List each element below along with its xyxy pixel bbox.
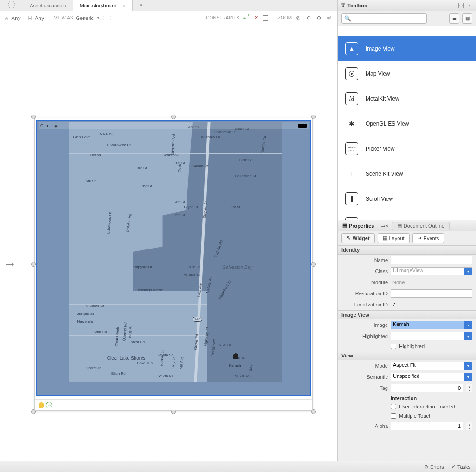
properties-body[interactable]: Identity Name ClassUIImageView▾ ModuleNo… (338, 245, 476, 461)
nav-back-button[interactable]: 〈 (3, 1, 11, 10)
toolbox-item-scenekit[interactable]: ⟂Scene Kit View (338, 161, 476, 186)
toolbox-item-metalkit[interactable]: MMetalKit View (338, 86, 476, 111)
chevron-down-icon: ▾ (464, 332, 472, 340)
map-image: Seabrook Galveston Bay Shipyard Dr Clear… (69, 122, 282, 382)
semantic-select[interactable]: Unspecified▾ (391, 373, 472, 381)
restoration-input[interactable] (391, 289, 472, 298)
alpha-stepper[interactable]: ▴▾ (466, 422, 472, 430)
grid-view-button[interactable]: ▦ (462, 13, 472, 24)
zoom-tools: ZOOM ◎ ⊖ ⊕ ⦾ (273, 11, 337, 25)
errors-button[interactable]: ⊘Errors (424, 464, 444, 470)
handle[interactable] (311, 262, 316, 267)
search-icon: 🔍 (344, 15, 351, 22)
toolbox-item-opengl[interactable]: ✱OpenGL ES View (338, 111, 476, 136)
tab-bar: 〈 〉 Assets.xcassets Main.storyboard ○ ▼ (0, 0, 337, 11)
tab-document-outline[interactable]: ▤ Document Outline (392, 222, 450, 230)
close-icon[interactable]: ○ (123, 3, 126, 8)
module-value: None (391, 280, 405, 285)
image-icon: ▲ (345, 42, 358, 55)
subtab-events[interactable]: ➜ Events (412, 233, 444, 243)
toolbox-item-mapview[interactable]: ⦿Map View (338, 61, 476, 86)
chevron-down-icon: ▾ (464, 373, 472, 381)
close-button[interactable]: × (467, 3, 472, 8)
embed-icon[interactable] (263, 15, 268, 21)
multitouch-checkbox[interactable] (391, 413, 396, 419)
properties-tabs: ▤ Properties ▭ × ▤ Document Outline (338, 220, 476, 231)
status-bar: ⊘Errors ✓Tasks (0, 461, 476, 472)
chevron-down-icon: ▾ (464, 268, 472, 275)
add-constraint-icon[interactable]: ⫨+ (242, 14, 250, 22)
list-item[interactable] (338, 26, 476, 36)
metal-icon: M (345, 92, 358, 105)
zoom-out-icon[interactable]: ⊖ (305, 14, 312, 22)
image-select[interactable]: Kemah▾ (391, 321, 472, 329)
tab-storyboard[interactable]: Main.storyboard ○ (73, 0, 133, 11)
device-statusbar: Carrier ◈ (39, 122, 309, 129)
toolbox-header: 𝐓 Toolbox ▭ × (338, 0, 476, 11)
highlighted-checkbox[interactable] (391, 344, 396, 349)
view-controller[interactable]: Seabrook Galveston Bay Shipyard Dr Clear… (34, 118, 313, 411)
tab-assets[interactable]: Assets.xcassets (23, 0, 73, 11)
canvas[interactable]: → Seabrook Galveston Bay Shipyard Dr Cle… (0, 25, 337, 461)
subtab-widget[interactable]: ↖ Widget (341, 233, 375, 243)
toolbox-search-input[interactable] (341, 13, 427, 24)
detach-button[interactable]: ▭ (458, 3, 464, 8)
section-identity: Identity (338, 245, 476, 255)
ib-toolbar: wAny HAny VIEW AS Generic ▼ CONSTRAINTS … (0, 11, 337, 25)
entry-badge[interactable]: → (46, 402, 52, 408)
toolbox-search-bar: 🔍 ☰ ▦ (338, 11, 476, 26)
zoom-actual-icon[interactable]: ⦾ (325, 14, 333, 22)
warning-badge[interactable] (39, 402, 44, 408)
section-imageview: Image View (338, 310, 476, 319)
tag-stepper[interactable]: ▴▾ (466, 384, 472, 392)
segue-arrow-icon[interactable]: → (3, 256, 17, 272)
properties-subtabs: ↖ Widget ▦ Layout ➜ Events (338, 231, 476, 245)
zoom-fit-icon[interactable]: ◎ (295, 14, 302, 22)
scroll-icon (345, 192, 358, 205)
properties-panel: ▤ Properties ▭ × ▤ Document Outline ↖ Wi… (338, 220, 476, 461)
chevron-down-icon: ▾ (464, 321, 472, 329)
nav-forward-button[interactable]: 〉 (12, 1, 20, 10)
handle[interactable] (311, 115, 316, 119)
localization-value: 7 (391, 302, 395, 307)
chevron-down-icon: ▾ (464, 362, 472, 370)
handle[interactable] (171, 115, 176, 119)
name-input[interactable] (391, 256, 472, 264)
class-select[interactable]: UIImageView▾ (391, 267, 472, 275)
toolbox-item-picker[interactable]: LoremIpsumPicker View (338, 136, 476, 161)
subtab-layout[interactable]: ▦ Layout (378, 233, 410, 243)
scene-footer: → (35, 399, 312, 410)
toolbox-item-imageview[interactable]: ▲Image View (338, 36, 476, 61)
right-panel: 𝐓 Toolbox ▭ × 🔍 ☰ ▦ ▲Image View ⦿Map Vie… (338, 0, 476, 461)
device-icon (103, 16, 111, 20)
clear-constraint-icon[interactable]: ✕ (252, 14, 260, 22)
zoom-in-icon[interactable]: ⊕ (315, 14, 322, 22)
mode-select[interactable]: Aspect Fit▾ (391, 362, 472, 370)
handle[interactable] (31, 115, 36, 119)
toolbox-item-stack[interactable]: ▥Stack View Horizontal (338, 211, 476, 220)
wifi-icon: ◈ (54, 123, 58, 128)
tab-properties[interactable]: ▤ Properties (338, 220, 379, 231)
tab-overflow[interactable]: ▼ (133, 0, 337, 11)
pin-icon: ⦿ (345, 67, 358, 80)
toolbox-list[interactable]: ▲Image View ⦿Map View MMetalKit View ✱Op… (338, 26, 476, 220)
size-class-selector[interactable]: wAny HAny (0, 11, 49, 25)
uie-checkbox[interactable] (391, 404, 396, 409)
toolbox-item-scroll[interactable]: Scroll View (338, 186, 476, 211)
view-as-selector[interactable]: VIEW AS Generic ▼ (49, 11, 116, 25)
editor-pane: 〈 〉 Assets.xcassets Main.storyboard ○ ▼ … (0, 0, 338, 461)
imageview-selection[interactable]: Seabrook Galveston Bay Shipyard Dr Clear… (36, 120, 311, 396)
alpha-input[interactable] (391, 422, 463, 430)
tag-input[interactable] (391, 384, 463, 392)
list-view-button[interactable]: ☰ (449, 13, 459, 24)
error-icon: ⊘ (424, 464, 428, 470)
tasks-button[interactable]: ✓Tasks (451, 464, 470, 470)
constraints-tools: CONSTRAINTS ⫨+ ✕ (201, 11, 273, 25)
highlighted-select[interactable]: ▾ (391, 332, 472, 340)
interaction-header: Interaction (338, 394, 476, 402)
handle[interactable] (31, 262, 36, 267)
detach-button[interactable]: ▭ (380, 223, 385, 229)
axes-icon: ✱ (345, 117, 358, 130)
close-button[interactable]: × (385, 223, 388, 229)
section-view: View (338, 351, 476, 360)
